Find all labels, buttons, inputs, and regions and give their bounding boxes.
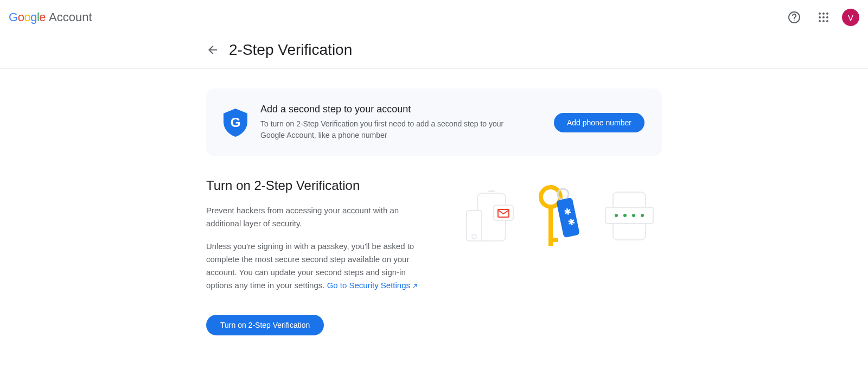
page-title: 2-Step Verification xyxy=(229,41,352,59)
code-device-icon xyxy=(602,189,656,243)
logo[interactable]: Google Account xyxy=(9,10,92,24)
svg-point-6 xyxy=(822,16,825,18)
sub-header: 2-Step Verification xyxy=(0,35,868,69)
topbar-actions: V xyxy=(783,7,859,28)
svg-point-1 xyxy=(794,20,795,21)
top-bar: Google Account V xyxy=(0,0,868,35)
avatar[interactable]: V xyxy=(842,9,859,26)
svg-rect-22 xyxy=(556,198,580,238)
svg-point-7 xyxy=(826,16,828,18)
banner-title: Add a second step to your account xyxy=(260,104,541,115)
svg-point-28 xyxy=(623,214,627,217)
devices-icon xyxy=(461,189,515,243)
add-phone-button[interactable]: Add phone number xyxy=(554,113,644,132)
section-para-1: Prevent hackers from accessing your acco… xyxy=(206,204,434,230)
section-para-2: Unless you're signing in with a passkey,… xyxy=(206,240,434,292)
apps-grid-icon[interactable] xyxy=(813,7,834,28)
add-step-banner: G Add a second step to your account To t… xyxy=(206,88,662,156)
help-icon[interactable] xyxy=(783,7,805,28)
external-link-icon xyxy=(411,282,419,290)
security-settings-link[interactable]: Go to Security Settings xyxy=(327,281,419,290)
svg-rect-26 xyxy=(605,207,653,224)
svg-point-5 xyxy=(819,16,821,18)
svg-rect-20 xyxy=(548,238,558,242)
svg-point-8 xyxy=(819,20,821,22)
svg-point-2 xyxy=(819,12,821,15)
svg-point-3 xyxy=(822,12,825,15)
shield-icon: G xyxy=(224,109,247,137)
svg-rect-16 xyxy=(494,205,513,220)
svg-point-9 xyxy=(822,20,825,22)
svg-point-27 xyxy=(615,214,618,217)
svg-point-29 xyxy=(632,214,635,217)
illustration: ✱ ✱ xyxy=(456,178,662,249)
turn-on-2sv-button[interactable]: Turn on 2-Step Verification xyxy=(206,315,324,335)
banner-desc: To turn on 2-Step Verification you first… xyxy=(260,118,521,141)
section-title: Turn on 2-Step Verification xyxy=(206,178,434,193)
main-content: G Add a second step to your account To t… xyxy=(197,69,671,355)
key-icon: ✱ ✱ xyxy=(537,183,580,249)
google-logo: Google xyxy=(9,10,46,24)
logo-suffix: Account xyxy=(49,10,92,24)
svg-point-30 xyxy=(641,214,644,217)
svg-rect-13 xyxy=(488,190,495,192)
back-arrow-icon[interactable] xyxy=(206,43,219,56)
svg-text:G: G xyxy=(231,115,241,130)
svg-rect-14 xyxy=(467,211,482,241)
svg-point-4 xyxy=(826,12,828,15)
svg-point-10 xyxy=(826,20,828,22)
